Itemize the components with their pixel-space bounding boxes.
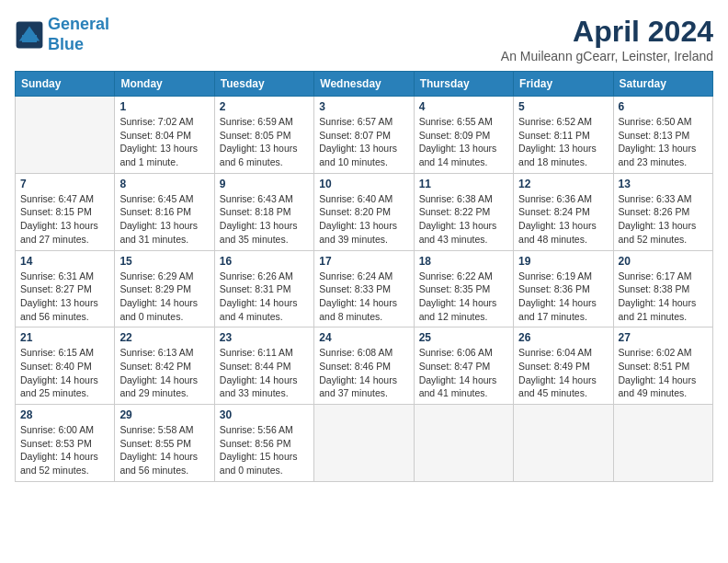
month-title: April 2024 <box>501 15 713 49</box>
day-number: 1 <box>119 100 209 113</box>
day-info: Sunrise: 6:43 AM Sunset: 8:18 PM Dayligh… <box>220 192 309 247</box>
day-number: 11 <box>419 178 508 190</box>
day-info: Sunrise: 6:52 AM Sunset: 8:11 PM Dayligh… <box>518 115 608 169</box>
calendar-cell: 7Sunrise: 6:47 AM Sunset: 8:15 PM Daylig… <box>16 173 115 250</box>
weekday-header-row: SundayMondayTuesdayWednesdayThursdayFrid… <box>16 72 713 97</box>
calendar-table: SundayMondayTuesdayWednesdayThursdayFrid… <box>15 71 713 482</box>
day-info: Sunrise: 6:29 AM Sunset: 8:29 PM Dayligh… <box>119 270 209 324</box>
calendar-cell: 9Sunrise: 6:43 AM Sunset: 8:18 PM Daylig… <box>214 173 313 250</box>
calendar-cell: 14Sunrise: 6:31 AM Sunset: 8:27 PM Dayli… <box>16 250 115 327</box>
calendar-cell: 3Sunrise: 6:57 AM Sunset: 8:07 PM Daylig… <box>314 97 414 174</box>
day-number: 28 <box>20 408 109 421</box>
calendar-cell: 27Sunrise: 6:02 AM Sunset: 8:51 PM Dayli… <box>613 327 712 405</box>
day-info: Sunrise: 6:17 AM Sunset: 8:38 PM Dayligh… <box>619 270 708 324</box>
day-info: Sunrise: 6:40 AM Sunset: 8:20 PM Dayligh… <box>319 192 408 247</box>
day-info: Sunrise: 6:08 AM Sunset: 8:46 PM Dayligh… <box>319 346 408 400</box>
day-number: 20 <box>619 255 708 268</box>
calendar-week-row: 14Sunrise: 6:31 AM Sunset: 8:27 PM Dayli… <box>16 250 713 327</box>
day-info: Sunrise: 6:13 AM Sunset: 8:42 PM Dayligh… <box>119 346 209 400</box>
day-info: Sunrise: 6:31 AM Sunset: 8:27 PM Dayligh… <box>20 270 109 324</box>
day-info: Sunrise: 6:50 AM Sunset: 8:13 PM Dayligh… <box>619 115 708 169</box>
logo: General Blue <box>15 15 109 54</box>
calendar-cell: 28Sunrise: 6:00 AM Sunset: 8:53 PM Dayli… <box>16 405 115 482</box>
calendar-cell <box>414 405 513 482</box>
logo-line1: General <box>48 15 109 33</box>
day-number: 7 <box>20 178 109 190</box>
calendar-cell <box>314 405 414 482</box>
logo-text: General Blue <box>48 15 109 54</box>
calendar-cell: 19Sunrise: 6:19 AM Sunset: 8:36 PM Dayli… <box>514 250 613 327</box>
day-number: 22 <box>119 331 209 344</box>
logo-line2: Blue <box>48 35 84 53</box>
calendar-cell: 4Sunrise: 6:55 AM Sunset: 8:09 PM Daylig… <box>414 97 513 174</box>
calendar-cell: 10Sunrise: 6:40 AM Sunset: 8:20 PM Dayli… <box>314 173 414 250</box>
day-number: 17 <box>319 255 408 268</box>
calendar-cell: 2Sunrise: 6:59 AM Sunset: 8:05 PM Daylig… <box>214 97 313 174</box>
day-number: 24 <box>319 331 408 344</box>
calendar-cell: 21Sunrise: 6:15 AM Sunset: 8:40 PM Dayli… <box>16 327 115 405</box>
calendar-cell: 5Sunrise: 6:52 AM Sunset: 8:11 PM Daylig… <box>514 97 613 174</box>
day-number: 12 <box>518 178 608 190</box>
calendar-cell: 15Sunrise: 6:29 AM Sunset: 8:29 PM Dayli… <box>115 250 214 327</box>
weekday-header: Monday <box>115 72 214 97</box>
svg-rect-2 <box>22 35 37 42</box>
day-number: 13 <box>619 178 708 190</box>
day-info: Sunrise: 6:19 AM Sunset: 8:36 PM Dayligh… <box>518 270 608 324</box>
day-number: 10 <box>319 178 408 190</box>
day-info: Sunrise: 7:02 AM Sunset: 8:04 PM Dayligh… <box>119 115 209 169</box>
calendar-cell: 16Sunrise: 6:26 AM Sunset: 8:31 PM Dayli… <box>214 250 313 327</box>
logo-icon <box>15 20 44 50</box>
calendar-cell: 26Sunrise: 6:04 AM Sunset: 8:49 PM Dayli… <box>514 327 613 405</box>
day-number: 18 <box>419 255 508 268</box>
day-number: 23 <box>220 331 309 344</box>
day-info: Sunrise: 5:56 AM Sunset: 8:56 PM Dayligh… <box>220 423 309 477</box>
day-number: 4 <box>419 100 508 113</box>
day-number: 27 <box>619 331 708 344</box>
calendar-cell: 20Sunrise: 6:17 AM Sunset: 8:38 PM Dayli… <box>613 250 712 327</box>
page-header: General Blue April 2024 An Muileann gCea… <box>15 15 713 63</box>
day-info: Sunrise: 6:36 AM Sunset: 8:24 PM Dayligh… <box>518 192 608 247</box>
day-info: Sunrise: 6:57 AM Sunset: 8:07 PM Dayligh… <box>319 115 408 169</box>
day-number: 21 <box>20 331 109 344</box>
day-number: 15 <box>119 255 209 268</box>
calendar-cell <box>514 405 613 482</box>
calendar-cell: 25Sunrise: 6:06 AM Sunset: 8:47 PM Dayli… <box>414 327 513 405</box>
day-info: Sunrise: 6:47 AM Sunset: 8:15 PM Dayligh… <box>20 192 109 247</box>
calendar-cell: 8Sunrise: 6:45 AM Sunset: 8:16 PM Daylig… <box>115 173 214 250</box>
day-number: 6 <box>619 100 708 113</box>
day-info: Sunrise: 6:26 AM Sunset: 8:31 PM Dayligh… <box>220 270 309 324</box>
calendar-cell: 22Sunrise: 6:13 AM Sunset: 8:42 PM Dayli… <box>115 327 214 405</box>
day-info: Sunrise: 6:59 AM Sunset: 8:05 PM Dayligh… <box>220 115 309 169</box>
calendar-cell: 12Sunrise: 6:36 AM Sunset: 8:24 PM Dayli… <box>514 173 613 250</box>
day-info: Sunrise: 6:24 AM Sunset: 8:33 PM Dayligh… <box>319 270 408 324</box>
weekday-header: Wednesday <box>314 72 414 97</box>
day-number: 8 <box>119 178 209 190</box>
day-number: 16 <box>220 255 309 268</box>
day-number: 30 <box>220 408 309 421</box>
location-subtitle: An Muileann gCearr, Leinster, Ireland <box>501 49 713 63</box>
day-info: Sunrise: 6:45 AM Sunset: 8:16 PM Dayligh… <box>119 192 209 247</box>
day-info: Sunrise: 6:38 AM Sunset: 8:22 PM Dayligh… <box>419 192 508 247</box>
weekday-header: Tuesday <box>214 72 313 97</box>
day-info: Sunrise: 5:58 AM Sunset: 8:55 PM Dayligh… <box>119 423 209 477</box>
calendar-cell: 11Sunrise: 6:38 AM Sunset: 8:22 PM Dayli… <box>414 173 513 250</box>
day-info: Sunrise: 6:55 AM Sunset: 8:09 PM Dayligh… <box>419 115 508 169</box>
day-info: Sunrise: 6:04 AM Sunset: 8:49 PM Dayligh… <box>518 346 608 400</box>
day-info: Sunrise: 6:02 AM Sunset: 8:51 PM Dayligh… <box>619 346 708 400</box>
day-info: Sunrise: 6:00 AM Sunset: 8:53 PM Dayligh… <box>20 423 109 477</box>
day-number: 26 <box>518 331 608 344</box>
calendar-week-row: 1Sunrise: 7:02 AM Sunset: 8:04 PM Daylig… <box>16 97 713 174</box>
day-number: 9 <box>220 178 309 190</box>
day-number: 29 <box>119 408 209 421</box>
day-number: 19 <box>518 255 608 268</box>
calendar-week-row: 28Sunrise: 6:00 AM Sunset: 8:53 PM Dayli… <box>16 405 713 482</box>
calendar-cell: 29Sunrise: 5:58 AM Sunset: 8:55 PM Dayli… <box>115 405 214 482</box>
calendar-cell: 6Sunrise: 6:50 AM Sunset: 8:13 PM Daylig… <box>613 97 712 174</box>
day-info: Sunrise: 6:15 AM Sunset: 8:40 PM Dayligh… <box>20 346 109 400</box>
calendar-cell: 13Sunrise: 6:33 AM Sunset: 8:26 PM Dayli… <box>613 173 712 250</box>
calendar-week-row: 21Sunrise: 6:15 AM Sunset: 8:40 PM Dayli… <box>16 327 713 405</box>
calendar-cell: 18Sunrise: 6:22 AM Sunset: 8:35 PM Dayli… <box>414 250 513 327</box>
day-info: Sunrise: 6:22 AM Sunset: 8:35 PM Dayligh… <box>419 270 508 324</box>
day-info: Sunrise: 6:11 AM Sunset: 8:44 PM Dayligh… <box>220 346 309 400</box>
day-info: Sunrise: 6:06 AM Sunset: 8:47 PM Dayligh… <box>419 346 508 400</box>
